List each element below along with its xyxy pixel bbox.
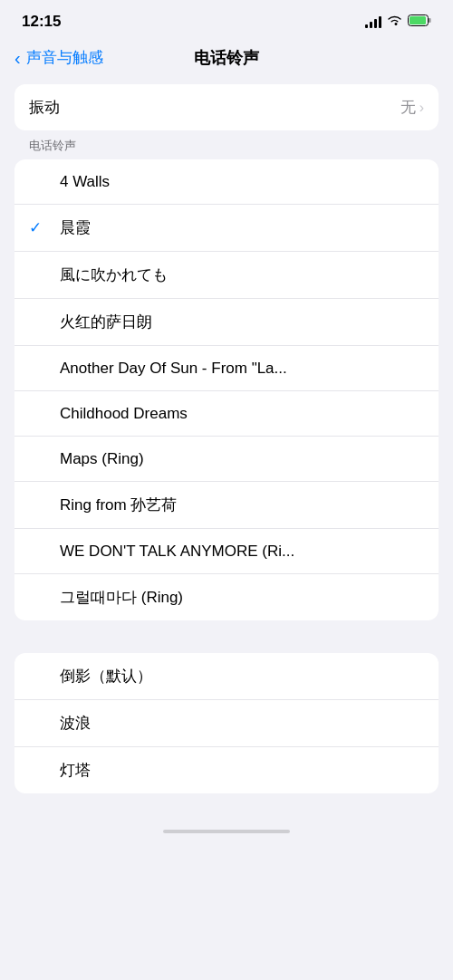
ringtone-name: Another Day Of Sun - From "La... bbox=[60, 360, 424, 378]
page-title: 电话铃声 bbox=[194, 47, 259, 69]
ringtone-item[interactable]: 火红的萨日朗 bbox=[14, 299, 439, 346]
ringtone-name: 火红的萨日朗 bbox=[60, 312, 424, 332]
ringtone-name: 灯塔 bbox=[60, 760, 424, 781]
signal-icon bbox=[365, 15, 381, 28]
ringtone-name: Maps (Ring) bbox=[60, 450, 424, 468]
ringtone-item[interactable]: 風に吹かれても bbox=[14, 252, 439, 299]
vibration-label: 振动 bbox=[29, 97, 60, 118]
section-label: 电话铃声 bbox=[0, 130, 453, 159]
ringtone-name: 倒影（默认） bbox=[60, 666, 424, 687]
ringtone-name: Ring from 孙艺荷 bbox=[60, 495, 424, 515]
ringtone-item[interactable]: 灯塔 bbox=[14, 747, 439, 793]
ringtone-item[interactable]: Ring from 孙艺荷 bbox=[14, 482, 439, 529]
vibration-chevron-icon: › bbox=[419, 100, 424, 116]
ringtone-item[interactable]: 波浪 bbox=[14, 700, 439, 747]
ringtone-name: Childhood Dreams bbox=[60, 405, 424, 423]
status-icons bbox=[365, 14, 431, 30]
vibration-value: 无 › bbox=[400, 97, 424, 118]
group-separator bbox=[0, 620, 453, 653]
ringtone-item[interactable]: 倒影（默认） bbox=[14, 653, 439, 700]
ringtone-item[interactable]: WE DON'T TALK ANYMORE (Ri... bbox=[14, 529, 439, 574]
checkmark-icon: ✓ bbox=[29, 218, 47, 237]
nav-bar: ‹ 声音与触感 电话铃声 bbox=[0, 38, 453, 77]
ringtone-item[interactable]: 4 Walls bbox=[14, 159, 439, 205]
wifi-icon bbox=[387, 14, 402, 30]
back-label: 声音与触感 bbox=[26, 47, 103, 68]
ringtone-list: 4 Walls✓晨霞風に吹かれても火红的萨日朗Another Day Of Su… bbox=[14, 159, 439, 620]
ringtone-item[interactable]: 그럴때마다 (Ring) bbox=[14, 574, 439, 620]
back-button[interactable]: ‹ 声音与触感 bbox=[14, 47, 103, 68]
ringtone-name: WE DON'T TALK ANYMORE (Ri... bbox=[60, 543, 424, 561]
ringtone-list-default: 倒影（默认）波浪灯塔 bbox=[14, 653, 439, 793]
ringtone-name: 晨霞 bbox=[60, 217, 424, 238]
ringtone-item[interactable]: Another Day Of Sun - From "La... bbox=[14, 346, 439, 391]
ringtone-name: 그럴때마다 (Ring) bbox=[60, 587, 424, 608]
svg-rect-2 bbox=[410, 16, 426, 24]
ringtone-item[interactable]: Maps (Ring) bbox=[14, 437, 439, 482]
vibration-value-text: 无 bbox=[400, 97, 416, 118]
ringtone-name: 波浪 bbox=[60, 713, 424, 734]
back-chevron-icon: ‹ bbox=[14, 49, 21, 67]
battery-icon bbox=[408, 14, 431, 30]
ringtone-name: 風に吹かれても bbox=[60, 264, 424, 285]
svg-rect-1 bbox=[429, 18, 431, 23]
ringtone-name: 4 Walls bbox=[60, 173, 424, 191]
home-indicator bbox=[163, 830, 290, 833]
vibration-section: 振动 无 › bbox=[14, 84, 439, 130]
status-time: 12:15 bbox=[22, 13, 61, 31]
status-bar: 12:15 bbox=[0, 0, 453, 38]
bottom-area bbox=[0, 812, 453, 833]
ringtone-item[interactable]: Childhood Dreams bbox=[14, 391, 439, 437]
ringtone-item[interactable]: ✓晨霞 bbox=[14, 205, 439, 252]
vibration-row[interactable]: 振动 无 › bbox=[14, 84, 439, 130]
